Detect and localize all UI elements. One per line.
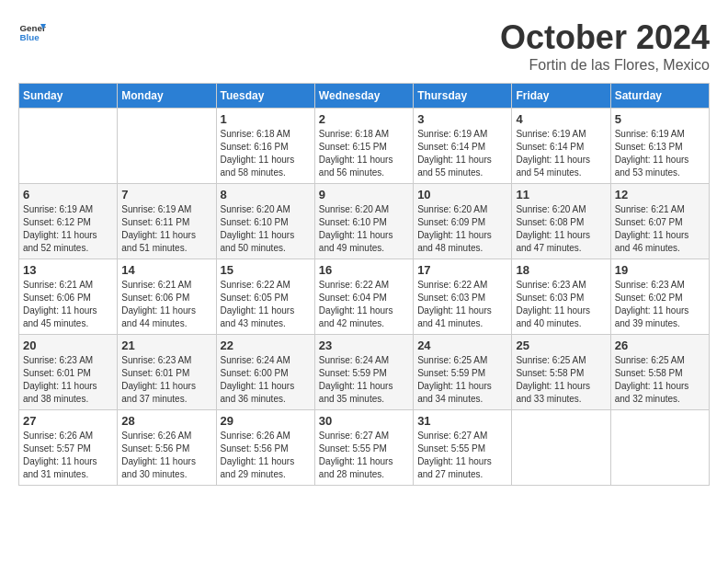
day-number: 4 [516,112,606,126]
day-info: Sunrise: 6:22 AM Sunset: 6:05 PM Dayligh… [221,279,311,330]
header-cell-thursday: Thursday [414,84,512,109]
day-info: Sunrise: 6:23 AM Sunset: 6:01 PM Dayligh… [121,354,211,406]
day-info: Sunrise: 6:21 AM Sunset: 6:06 PM Dayligh… [121,279,211,330]
day-number: 29 [221,414,311,428]
day-number: 28 [121,414,211,428]
day-number: 11 [516,188,606,201]
calendar-cell: 29Sunrise: 6:26 AM Sunset: 5:56 PM Dayli… [216,410,314,486]
month-title: October 2024 [500,18,710,57]
calendar-cell: 16Sunrise: 6:22 AM Sunset: 6:04 PM Dayli… [314,259,413,335]
location-subtitle: Fortin de las Flores, Mexico [500,57,710,74]
day-number: 10 [417,188,507,201]
calendar-cell: 24Sunrise: 6:25 AM Sunset: 5:59 PM Dayli… [414,335,512,410]
calendar-cell: 28Sunrise: 6:26 AM Sunset: 5:56 PM Dayli… [118,410,216,486]
calendar-cell: 18Sunrise: 6:23 AM Sunset: 6:03 PM Dayli… [512,259,610,335]
day-number: 26 [615,339,705,352]
calendar-cell: 5Sunrise: 6:19 AM Sunset: 6:13 PM Daylig… [610,109,709,184]
calendar-cell [610,410,709,486]
day-info: Sunrise: 6:19 AM Sunset: 6:12 PM Dayligh… [23,203,113,255]
day-number: 21 [121,339,211,352]
day-number: 24 [417,339,507,352]
calendar-cell: 14Sunrise: 6:21 AM Sunset: 6:06 PM Dayli… [118,259,216,335]
day-number: 16 [319,263,409,277]
day-info: Sunrise: 6:22 AM Sunset: 6:03 PM Dayligh… [417,279,507,330]
day-number: 17 [417,263,507,277]
day-info: Sunrise: 6:22 AM Sunset: 6:04 PM Dayligh… [319,279,409,330]
calendar-cell: 13Sunrise: 6:21 AM Sunset: 6:06 PM Dayli… [19,259,118,335]
page-header: General Blue October 2024 Fortin de las … [18,18,710,74]
day-info: Sunrise: 6:23 AM Sunset: 6:03 PM Dayligh… [516,279,606,330]
calendar-cell: 26Sunrise: 6:25 AM Sunset: 5:58 PM Dayli… [610,335,709,410]
day-info: Sunrise: 6:19 AM Sunset: 6:13 PM Dayligh… [615,128,705,179]
day-info: Sunrise: 6:26 AM Sunset: 5:56 PM Dayligh… [121,430,211,481]
week-row-5: 27Sunrise: 6:26 AM Sunset: 5:57 PM Dayli… [19,410,710,486]
calendar-cell: 21Sunrise: 6:23 AM Sunset: 6:01 PM Dayli… [118,335,216,410]
day-number: 13 [23,263,113,277]
week-row-4: 20Sunrise: 6:23 AM Sunset: 6:01 PM Dayli… [19,335,710,410]
day-number: 5 [615,112,705,126]
calendar-cell: 27Sunrise: 6:26 AM Sunset: 5:57 PM Dayli… [19,410,118,486]
header-cell-saturday: Saturday [610,84,709,109]
day-number: 1 [221,112,311,126]
day-info: Sunrise: 6:18 AM Sunset: 6:15 PM Dayligh… [319,128,409,179]
calendar-cell: 6Sunrise: 6:19 AM Sunset: 6:12 PM Daylig… [19,184,118,259]
day-number: 14 [121,263,211,277]
day-number: 9 [319,188,409,201]
calendar-cell: 15Sunrise: 6:22 AM Sunset: 6:05 PM Dayli… [216,259,314,335]
week-row-3: 13Sunrise: 6:21 AM Sunset: 6:06 PM Dayli… [19,259,710,335]
calendar-cell: 1Sunrise: 6:18 AM Sunset: 6:16 PM Daylig… [216,109,314,184]
calendar-cell: 19Sunrise: 6:23 AM Sunset: 6:02 PM Dayli… [610,259,709,335]
calendar-cell: 25Sunrise: 6:25 AM Sunset: 5:58 PM Dayli… [512,335,610,410]
day-number: 30 [319,414,409,428]
svg-text:Blue: Blue [20,32,40,42]
day-number: 3 [417,112,507,126]
calendar-cell: 10Sunrise: 6:20 AM Sunset: 6:09 PM Dayli… [414,184,512,259]
day-info: Sunrise: 6:25 AM Sunset: 5:58 PM Dayligh… [615,354,705,406]
day-number: 7 [121,188,211,201]
calendar-cell: 2Sunrise: 6:18 AM Sunset: 6:15 PM Daylig… [314,109,413,184]
day-info: Sunrise: 6:20 AM Sunset: 6:08 PM Dayligh… [516,203,606,255]
day-number: 6 [23,188,113,201]
day-info: Sunrise: 6:21 AM Sunset: 6:07 PM Dayligh… [615,203,705,255]
logo-icon: General Blue [18,18,46,46]
header-cell-sunday: Sunday [19,84,118,109]
calendar-cell: 9Sunrise: 6:20 AM Sunset: 6:10 PM Daylig… [314,184,413,259]
day-info: Sunrise: 6:19 AM Sunset: 6:11 PM Dayligh… [121,203,211,255]
day-info: Sunrise: 6:18 AM Sunset: 6:16 PM Dayligh… [221,128,311,179]
header-row: SundayMondayTuesdayWednesdayThursdayFrid… [19,84,710,109]
day-number: 15 [221,263,311,277]
calendar-cell: 7Sunrise: 6:19 AM Sunset: 6:11 PM Daylig… [118,184,216,259]
header-cell-wednesday: Wednesday [314,84,413,109]
day-number: 25 [516,339,606,352]
day-number: 20 [23,339,113,352]
day-info: Sunrise: 6:19 AM Sunset: 6:14 PM Dayligh… [417,128,507,179]
calendar-header: SundayMondayTuesdayWednesdayThursdayFrid… [19,84,710,109]
calendar-cell: 23Sunrise: 6:24 AM Sunset: 5:59 PM Dayli… [314,335,413,410]
calendar-cell: 31Sunrise: 6:27 AM Sunset: 5:55 PM Dayli… [414,410,512,486]
day-number: 22 [221,339,311,352]
header-cell-monday: Monday [118,84,216,109]
day-number: 19 [615,263,705,277]
day-info: Sunrise: 6:25 AM Sunset: 5:58 PM Dayligh… [516,354,606,406]
day-number: 23 [319,339,409,352]
day-info: Sunrise: 6:27 AM Sunset: 5:55 PM Dayligh… [319,430,409,481]
title-block: October 2024 Fortin de las Flores, Mexic… [500,18,710,74]
calendar-cell: 17Sunrise: 6:22 AM Sunset: 6:03 PM Dayli… [414,259,512,335]
day-info: Sunrise: 6:19 AM Sunset: 6:14 PM Dayligh… [516,128,606,179]
day-info: Sunrise: 6:21 AM Sunset: 6:06 PM Dayligh… [23,279,113,330]
day-info: Sunrise: 6:20 AM Sunset: 6:10 PM Dayligh… [221,203,311,255]
calendar-cell: 11Sunrise: 6:20 AM Sunset: 6:08 PM Dayli… [512,184,610,259]
calendar-cell: 3Sunrise: 6:19 AM Sunset: 6:14 PM Daylig… [414,109,512,184]
day-info: Sunrise: 6:27 AM Sunset: 5:55 PM Dayligh… [417,430,507,481]
day-number: 18 [516,263,606,277]
calendar-cell: 8Sunrise: 6:20 AM Sunset: 6:10 PM Daylig… [216,184,314,259]
calendar-cell: 4Sunrise: 6:19 AM Sunset: 6:14 PM Daylig… [512,109,610,184]
day-number: 8 [221,188,311,201]
day-number: 12 [615,188,705,201]
day-number: 27 [23,414,113,428]
calendar-cell: 20Sunrise: 6:23 AM Sunset: 6:01 PM Dayli… [19,335,118,410]
day-info: Sunrise: 6:26 AM Sunset: 5:56 PM Dayligh… [221,430,311,481]
calendar-table: SundayMondayTuesdayWednesdayThursdayFrid… [18,83,710,486]
week-row-1: 1Sunrise: 6:18 AM Sunset: 6:16 PM Daylig… [19,109,710,184]
day-number: 31 [417,414,507,428]
